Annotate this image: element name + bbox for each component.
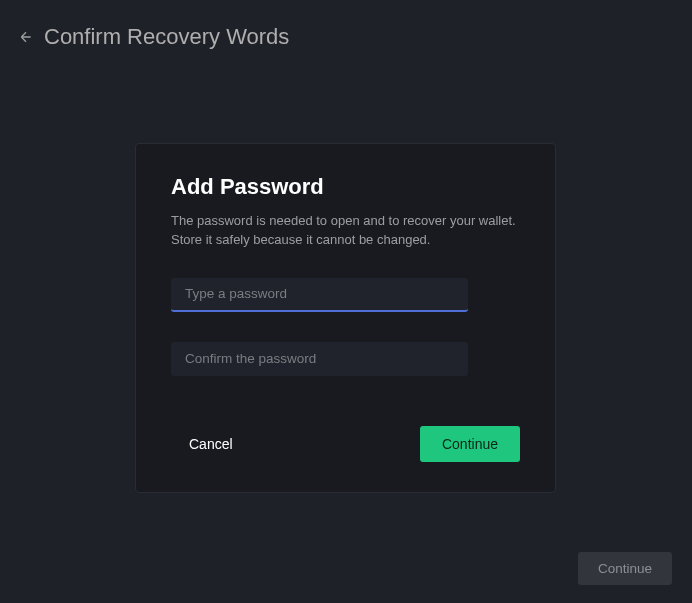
page-header: Confirm Recovery Words — [0, 0, 692, 74]
page-title: Confirm Recovery Words — [44, 24, 289, 50]
back-arrow-icon[interactable] — [18, 29, 34, 45]
modal-title: Add Password — [171, 174, 520, 200]
modal-actions: Cancel Continue — [171, 426, 520, 462]
add-password-modal: Add Password The password is needed to o… — [135, 143, 556, 493]
password-placeholder: Type a password — [185, 286, 287, 301]
confirm-password-input[interactable]: Confirm the password — [171, 342, 468, 376]
password-input[interactable]: Type a password — [171, 278, 468, 312]
cancel-button[interactable]: Cancel — [171, 426, 251, 462]
modal-description: The password is needed to open and to re… — [171, 212, 520, 250]
footer-continue-button[interactable]: Continue — [578, 552, 672, 585]
modal-continue-button[interactable]: Continue — [420, 426, 520, 462]
confirm-password-placeholder: Confirm the password — [185, 351, 316, 366]
